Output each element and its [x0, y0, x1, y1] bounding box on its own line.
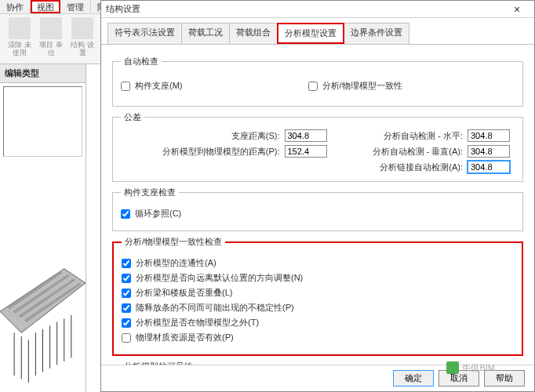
fs-consistency: 分析/物理模型一致性检查 分析模型的连通性(A)分析模型是否向远离默认位置的方向… [112, 236, 523, 356]
model-sketch [0, 188, 86, 392]
legend-supportcheck: 构件支座检查 [121, 187, 179, 198]
cb-cc-0[interactable] [122, 259, 131, 268]
cb-cc-4[interactable] [122, 318, 131, 328]
lbl-cc-2: 分析梁和楼板是否重叠(L) [136, 287, 232, 299]
cb-support[interactable] [121, 82, 130, 91]
lbl-support: 构件支座(M) [135, 80, 183, 92]
cb-cc-5[interactable] [122, 333, 131, 343]
lbl-autov: 分析自动检测 - 垂直(A): [373, 146, 464, 158]
ribbon-tab-view[interactable]: 视图 [31, 0, 60, 13]
tab-analytical[interactable]: 分析模型设置 [277, 23, 344, 44]
lbl-consistency: 分析/物理模型一致性 [322, 80, 402, 92]
watermark-text: 牛侃BIM [462, 362, 495, 374]
tab-symbol[interactable]: 符号表示法设置 [107, 23, 182, 44]
tab-loadcase[interactable]: 荷载工况 [181, 23, 230, 44]
ribbon-tab-manage[interactable]: 管理 [60, 0, 91, 13]
rb-units[interactable]: 项目 单位 [38, 17, 64, 60]
lbl-link: 分析链接自动检测(A): [373, 162, 464, 173]
input-suppdist[interactable] [285, 129, 327, 142]
left-header: 编辑类型 [0, 64, 86, 83]
legend-consistency: 分析/物理模型一致性检查 [122, 236, 225, 248]
ribbon-tab-coop[interactable]: 协作 [0, 0, 31, 13]
lbl-suppdist: 支座距离(S): [162, 130, 280, 142]
input-link[interactable] [468, 161, 510, 173]
legend-autocheck: 自动检查 [121, 56, 162, 67]
lbl-cc-0: 分析模型的连通性(A) [136, 257, 217, 269]
input-autoh[interactable] [468, 129, 510, 142]
lbl-cc-3: 随释放条的不同而可能出现的不稳定性(P) [136, 302, 294, 314]
watermark: 牛侃BIM [446, 361, 495, 374]
fs-autocheck: 自动检查 构件支座(M) 分析/物理模型一致性 [112, 56, 523, 107]
cb-cc-2[interactable] [122, 289, 131, 298]
tab-loadcombo[interactable]: 荷载组合 [229, 23, 278, 44]
left-panel: 编辑类型 [0, 64, 86, 392]
cb-cc-3[interactable] [122, 303, 131, 313]
3d-view[interactable] [0, 188, 86, 392]
type-editor[interactable] [3, 86, 82, 157]
fs-supportcheck: 构件支座检查 循环参照(C) [112, 187, 523, 231]
lbl-autoh: 分析自动检测 - 水平: [373, 130, 464, 142]
tab-boundary[interactable]: 边界条件设置 [344, 23, 409, 44]
input-autov[interactable] [468, 145, 510, 158]
ok-button[interactable]: 确定 [393, 370, 434, 387]
close-icon[interactable]: × [504, 3, 530, 16]
cb-circular[interactable] [121, 209, 130, 219]
fs-tolerance: 公差 支座距离(S): 分析自动检测 - 水平: 分析模型到物理模型的距离(P)… [112, 111, 523, 182]
dialog-title: 结构设置 [106, 3, 140, 15]
cb-cc-1[interactable] [122, 274, 131, 283]
dialog-struct-settings: 结构设置 × 符号表示法设置 荷载工况 荷载组合 分析模型设置 边界条件设置 自… [100, 0, 535, 392]
legend-tolerance: 公差 [121, 111, 144, 123]
input-apdist[interactable] [285, 145, 327, 158]
lbl-cc-1: 分析模型是否向远离默认位置的方向调整(N) [136, 272, 303, 284]
rb-struct[interactable]: 结构 设置 [69, 17, 96, 60]
cb-consistency[interactable] [308, 82, 318, 91]
lbl-cc-5: 物理材质资源是否有效(P) [136, 332, 234, 343]
lbl-circular: 循环参照(C) [135, 208, 181, 220]
lbl-apdist: 分析模型到物理模型的距离(P): [162, 146, 280, 158]
wechat-icon [446, 361, 459, 374]
rb-purge[interactable]: 清除 未使用 [6, 17, 33, 60]
lbl-cc-4: 分析模型是否在物理模型之外(T) [136, 317, 259, 328]
